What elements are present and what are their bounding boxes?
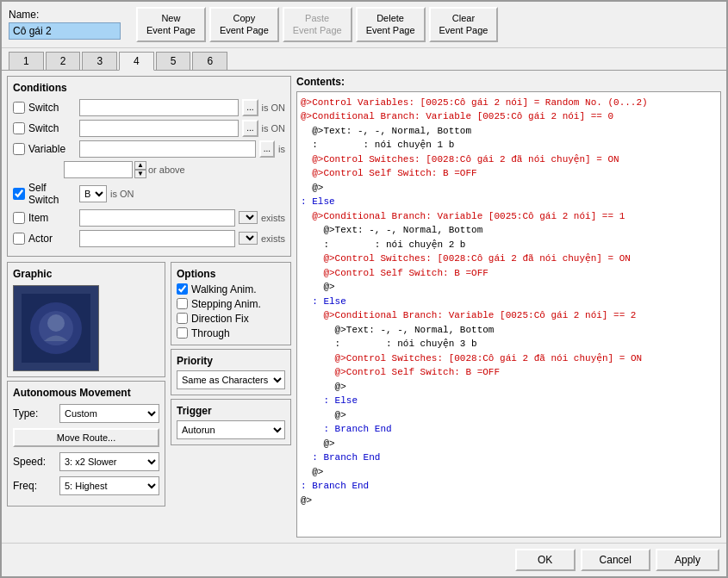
graphic-section: Graphic — [7, 262, 165, 377]
move-route-button[interactable]: Move Route... — [13, 428, 159, 447]
paste-event-page-button[interactable]: PasteEvent Page — [283, 7, 352, 42]
tab-6[interactable]: 6 — [192, 52, 227, 70]
list-item: @> — [301, 380, 717, 395]
graphic-image — [22, 294, 90, 363]
direction-fix-checkbox[interactable] — [177, 313, 188, 324]
svg-point-3 — [47, 314, 65, 332]
tab-5[interactable]: 5 — [156, 52, 191, 70]
stepping-anim-label: Stepping Anim. — [191, 298, 261, 310]
top-bar: Name: NewEvent Page CopyEvent Page Paste… — [2, 2, 726, 48]
list-item: @>Control Variables: [0025:Cô gái 2 nói]… — [301, 96, 717, 110]
right-panel: Contents: @>Control Variables: [0025:Cô … — [296, 76, 721, 538]
item-input[interactable] — [79, 209, 235, 227]
list-item: @> — [301, 437, 717, 451]
tab-4[interactable]: 4 — [119, 52, 154, 71]
spinner-up-button[interactable]: ▲ — [134, 161, 146, 170]
switch1-checkbox[interactable] — [13, 102, 25, 114]
self-switch-label: Self Switch — [28, 182, 76, 206]
contents-panel[interactable]: @>Control Variables: [0025:Cô gái 2 nói]… — [296, 91, 721, 538]
switch1-row: Switch ... is ON — [13, 99, 285, 116]
type-label: Type: — [13, 407, 56, 420]
priority-select[interactable]: Below Characters Same as Characters Abov… — [177, 370, 285, 389]
item-suffix: exists — [261, 213, 285, 223]
tab-bar: 1 2 3 4 5 6 — [2, 48, 726, 71]
tab-1[interactable]: 1 — [9, 52, 44, 70]
contents-label: Contents: — [296, 76, 721, 88]
switch2-input[interactable] — [79, 120, 239, 137]
list-item: @>Conditional Branch: Variable [0025:Cô … — [301, 209, 717, 224]
switch1-suffix: is ON — [262, 103, 286, 113]
variable-input[interactable] — [79, 140, 256, 158]
list-item: @>Conditional Branch: Variable [0025:Cô … — [301, 109, 717, 124]
actor-row: Actor exists — [13, 230, 285, 247]
variable-browse-button[interactable]: ... — [259, 140, 275, 158]
list-item: @> — [301, 181, 717, 196]
autonomous-movement-section: Autonomous Movement Type: Fixed Random A… — [7, 381, 165, 507]
options-section: Options Walking Anim. Stepping Anim. — [171, 262, 291, 345]
direction-fix-row: Direction Fix — [177, 313, 285, 325]
tab-2[interactable]: 2 — [46, 52, 81, 70]
list-item: @>Text: -, -, Normal, Bottom — [301, 124, 717, 139]
autonomous-movement-title: Autonomous Movement — [13, 387, 159, 399]
switch2-browse-button[interactable]: ... — [242, 120, 258, 137]
freq-row: Freq: 1: Lowest 2: Lower 3: Normal 4: Hi… — [13, 476, 159, 495]
direction-fix-label: Direction Fix — [191, 313, 249, 325]
name-input[interactable] — [9, 22, 121, 40]
variable-suffix: is — [278, 144, 285, 154]
ok-button[interactable]: OK — [515, 549, 576, 571]
apply-button[interactable]: Apply — [656, 549, 719, 571]
through-row: Through — [177, 327, 285, 339]
speed-label: Speed: — [13, 456, 56, 468]
walking-anim-checkbox[interactable] — [177, 283, 188, 295]
priority-section: Priority Below Characters Same as Charac… — [171, 349, 291, 395]
list-item: : Branch End — [301, 479, 717, 494]
variable-checkbox[interactable] — [13, 143, 25, 155]
cancel-button[interactable]: Cancel — [581, 549, 650, 571]
stepping-anim-checkbox[interactable] — [177, 298, 188, 309]
switch1-browse-button[interactable]: ... — [242, 99, 258, 116]
through-checkbox[interactable] — [177, 327, 188, 339]
graphic-canvas[interactable] — [13, 285, 99, 371]
tab-3[interactable]: 3 — [82, 52, 117, 70]
new-event-page-button[interactable]: NewEvent Page — [136, 7, 206, 42]
freq-label: Freq: — [13, 480, 56, 492]
type-select[interactable]: Fixed Random Approach Custom — [59, 404, 159, 423]
freq-select[interactable]: 1: Lowest 2: Lower 3: Normal 4: Higher 5… — [59, 476, 159, 495]
through-label: Through — [191, 327, 230, 339]
options-list: Walking Anim. Stepping Anim. Direction F… — [177, 283, 285, 339]
clear-event-page-button[interactable]: ClearEvent Page — [429, 7, 499, 42]
self-switch-checkbox[interactable] — [13, 188, 25, 200]
trigger-select[interactable]: Action Button Player Touch Event Touch A… — [177, 420, 285, 439]
priority-title: Priority — [177, 355, 285, 367]
switch1-input[interactable] — [79, 99, 239, 116]
list-item: : : nói chuyện 2 b — [301, 238, 717, 252]
list-item: : Branch End — [301, 451, 717, 465]
item-select[interactable] — [239, 211, 258, 224]
speed-select[interactable]: 1: x8 Slower 2: x4 Slower 3: x2 Slower 4… — [59, 452, 159, 471]
speed-row: Speed: 1: x8 Slower 2: x4 Slower 3: x2 S… — [13, 452, 159, 471]
switch2-suffix: is ON — [262, 123, 286, 134]
list-item: @> — [301, 494, 717, 508]
actor-select[interactable] — [239, 232, 258, 245]
list-item: @>Control Self Switch: B =OFF — [301, 365, 717, 380]
actor-suffix: exists — [261, 233, 285, 244]
variable-number-input[interactable] — [64, 161, 133, 178]
self-switch-select[interactable]: A B C D — [79, 185, 107, 202]
trigger-section: Trigger Action Button Player Touch Event… — [171, 399, 291, 445]
list-item: @>Conditional Branch: Variable [0025:Cô … — [301, 308, 717, 323]
actor-input[interactable] — [79, 230, 235, 247]
conditions-title: Conditions — [13, 82, 285, 94]
actor-checkbox[interactable] — [13, 233, 25, 245]
stepping-anim-row: Stepping Anim. — [177, 298, 285, 310]
copy-event-page-button[interactable]: CopyEvent Page — [209, 7, 279, 42]
graphic-movement-col: Graphic Autonomous Movem — [7, 262, 165, 507]
item-checkbox[interactable] — [13, 212, 25, 224]
list-item: @> — [301, 280, 717, 295]
spinner-down-button[interactable]: ▼ — [134, 170, 146, 178]
variable-number-row: ▲ ▼ or above — [64, 161, 285, 178]
graphic-title: Graphic — [13, 268, 159, 280]
list-item: @>Control Self Switch: B =OFF — [301, 266, 717, 281]
list-item: @>Text: -, -, Normal, Bottom — [301, 223, 717, 238]
switch2-checkbox[interactable] — [13, 122, 25, 134]
delete-event-page-button[interactable]: DeleteEvent Page — [356, 7, 426, 42]
